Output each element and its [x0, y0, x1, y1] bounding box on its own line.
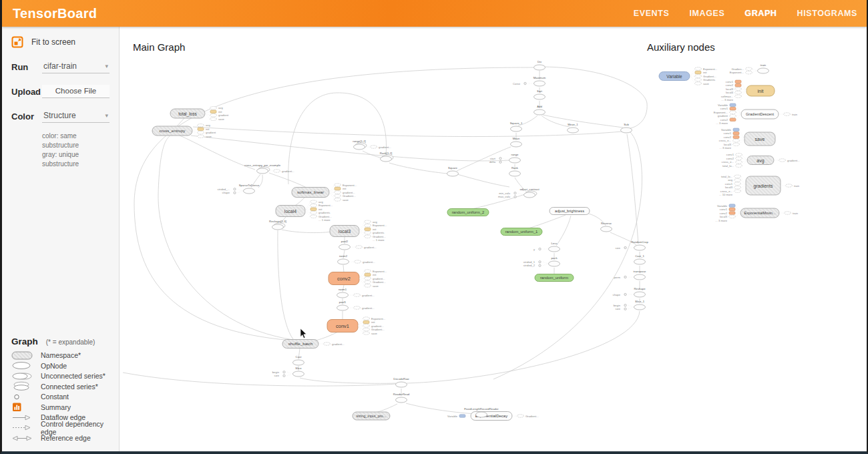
svg-text:min_valu: min_valu — [499, 192, 510, 195]
svg-text:Square: Square — [448, 166, 457, 170]
svg-text:conv2: conv2 — [720, 118, 728, 122]
svg-text:avg: avg — [206, 124, 210, 127]
graph-node-norm1[interactable]: norm1gradient... — [337, 288, 375, 298]
graph-node-Square[interactable]: Square — [447, 166, 459, 176]
choose-file-button[interactable]: Choose File — [42, 85, 110, 98]
svg-text:Gradient...: Gradient... — [343, 194, 356, 198]
graph-canvas[interactable]: total_lossavginitgradientsavecross_entro… — [120, 27, 867, 451]
graph-node-train[interactable]: trainGradien...Exponent... — [730, 63, 769, 74]
graph-node-random_uniform[interactable]: random_uniform — [535, 274, 574, 282]
run-select[interactable]: cifar-train ▾ — [42, 60, 110, 73]
opnode-icon — [11, 361, 34, 371]
fit-to-screen-icon[interactable] — [11, 36, 23, 48]
svg-text:save: save — [218, 118, 225, 121]
svg-text:Gradien...: Gradien... — [732, 67, 744, 71]
graph-node-Sub[interactable]: Sub — [621, 123, 632, 133]
graph-node-norm2[interactable]: norm2gradient... — [338, 254, 375, 264]
graph-node-pool1[interactable]: pool1gradient... — [337, 300, 375, 310]
graph-node-adjust_brightness[interactable]: adjust_brightness — [550, 208, 590, 215]
graph-node-gradients[interactable]: gradientstotal_lo...avgconv1local3cross_… — [719, 175, 800, 197]
run-label: Run — [11, 62, 42, 72]
svg-text:range: range — [511, 153, 519, 156]
svg-text:Gradient...: Gradient... — [371, 328, 385, 331]
graph-node-adjust_contrast[interactable]: adjust_contrastmin_valumax_valu — [498, 188, 539, 198]
graph-node-Mean_1[interactable]: Mean_1 — [568, 123, 579, 133]
svg-text:perm: perm — [614, 276, 620, 279]
graph-node-init[interactable]: initconv1conv2local3local4softmax...... … — [721, 80, 775, 102]
svg-text:... 3 more: ... 3 more — [721, 98, 733, 101]
graph-node-Maximum[interactable]: MaximumConst — [513, 76, 546, 86]
graph-node-Square_1[interactable]: Square_1 — [510, 122, 523, 132]
svg-text:GradientDescent: GradientDescent — [746, 112, 774, 116]
tab-events[interactable]: EVENTS — [634, 9, 670, 18]
graph-node-conv1[interactable]: conv1Exponent...initgradient...Gradient.… — [327, 317, 385, 335]
svg-text:Gradient...: Gradient... — [373, 235, 386, 238]
svg-text:total_lo...: total_lo... — [722, 164, 734, 168]
color-select[interactable]: Structure ▾ — [42, 109, 110, 123]
svg-text:conv2: conv2 — [337, 276, 351, 282]
graph-node-cross_entropy[interactable]: cross_entropyavginitgradientsave — [152, 124, 216, 138]
color-note-2: gray: unique substructure — [42, 150, 112, 169]
graph-node-Rank_1_2[interactable]: Rank[1-2] — [380, 152, 393, 162]
graph-node-total_loss[interactable]: total_lossavginitgradientsave — [170, 106, 229, 121]
graph-node-Add[interactable]: Add — [534, 105, 546, 115]
svg-text:save: save — [343, 198, 349, 202]
graph-legend: Graph (* = expandable) Namespace* OpNode — [2, 332, 119, 452]
graph-node-ExponentialMovin[interactable]: ExponentialMovin...Variableconv1conv2loc… — [715, 204, 799, 222]
svg-text:... 1 more: ... 1 more — [373, 238, 385, 242]
svg-text:Mean_1: Mean_1 — [568, 123, 578, 126]
graph-node-range[interactable]: rangestartdelta — [489, 153, 521, 164]
graph-node-avg[interactable]: avgconv1conv2cross_e...total_lo...gradie… — [722, 153, 800, 168]
color-note-1: color: same substructure — [42, 132, 112, 150]
graph-node-DecodeRaw[interactable]: DecodeRaw — [393, 377, 409, 387]
graph-node-ReaderRead[interactable]: ReaderRead — [393, 393, 410, 403]
graph-node-SparseToDense[interactable]: SparseToDensestrided_...shape — [218, 184, 260, 194]
graph-node-string_input_pro[interactable]: string_input_pro... — [353, 412, 390, 420]
svg-text:Variable: Variable — [717, 204, 728, 208]
run-row: Run cifar-train ▾ — [2, 57, 119, 76]
graph-node-random_uniform_1[interactable]: random_uniform_1 — [501, 228, 542, 236]
graph-node-random_uniform_2[interactable]: random_uniform_2 — [447, 209, 489, 216]
svg-text:softmax_linear: softmax_linear — [297, 190, 324, 194]
svg-text:Sub: Sub — [624, 123, 629, 126]
svg-text:save: save — [703, 82, 710, 85]
connected-series-icon — [11, 381, 34, 391]
graph-node-Cast[interactable]: Cast — [293, 355, 304, 365]
graph-node-Slice[interactable]: Slicebeginsize — [272, 367, 304, 377]
graph-node-softmax_linear[interactable]: softmax_linearExponent...initgradient...… — [292, 184, 357, 202]
svg-text:conv2: conv2 — [720, 212, 728, 215]
graph-node-Variable[interactable]: VariableExponent...initGradient...Gradie… — [659, 67, 717, 85]
graph-node-pack[interactable]: packstrided_1strided_2 — [523, 256, 560, 267]
svg-text:pack: pack — [551, 256, 558, 260]
graph-node-pool2[interactable]: pool2gradient... — [339, 240, 377, 250]
tab-images[interactable]: IMAGES — [689, 9, 724, 18]
graph-node-Reshape_1_3[interactable]: Reshape[1-3] — [269, 220, 286, 230]
svg-text:Mean: Mean — [513, 137, 520, 140]
svg-text:norm1: norm1 — [339, 288, 347, 291]
graph-node-Less[interactable]: Lessy — [533, 242, 560, 252]
tab-histograms[interactable]: HISTOGRAMS — [797, 9, 858, 18]
run-select-value: cifar-train — [43, 61, 77, 71]
graph-node-range_1_2[interactable]: range[1-2]gradient... — [353, 140, 391, 150]
color-notes: color: same substructure gray: unique su… — [2, 132, 119, 169]
graph-node-transpose[interactable]: transposeperm — [614, 270, 646, 280]
graph-node-save[interactable]: saveVariableconv1conv2cross_e...local3..… — [719, 128, 775, 150]
graph-node-Reshape[interactable]: Reshapeshape — [613, 287, 646, 297]
svg-text:strided_2: strided_2 — [523, 264, 535, 267]
graph-node-conv2[interactable]: conv2Exponent...initgradient...Gradient.… — [329, 270, 387, 288]
graph-node-shuffle_batch[interactable]: shuffle_batchgradient... — [282, 340, 345, 349]
graph-node-Mean[interactable]: Mean — [511, 137, 522, 147]
graph-node-Div[interactable]: Div — [534, 60, 546, 70]
tab-graph[interactable]: GRAPH — [744, 9, 777, 18]
graph-node-Cast_1[interactable]: Cast_1 — [634, 254, 646, 264]
graph-node-Sqrt[interactable]: Sqrt — [534, 89, 546, 99]
graph-node-GradientDescent[interactable]: GradientDescentVariableconv1Exponent...g… — [714, 103, 798, 126]
svg-text:local4: local4 — [284, 209, 296, 214]
graph-node-RandomCrop[interactable]: RandomCropsize — [616, 240, 649, 250]
graph-node-Rank[interactable]: Rank — [509, 166, 521, 176]
unconnected-series-icon — [11, 371, 34, 381]
graph-node-Slice_1[interactable]: Slice_1beginsize — [614, 300, 646, 310]
graph-node-local3[interactable]: local3avgExponent...initgradientsGradien… — [330, 220, 387, 242]
graph-node-Reverse[interactable]: Reverse — [601, 222, 612, 232]
graph-pane: Main Graph Auxiliary nodes total_lossavg… — [120, 27, 867, 451]
